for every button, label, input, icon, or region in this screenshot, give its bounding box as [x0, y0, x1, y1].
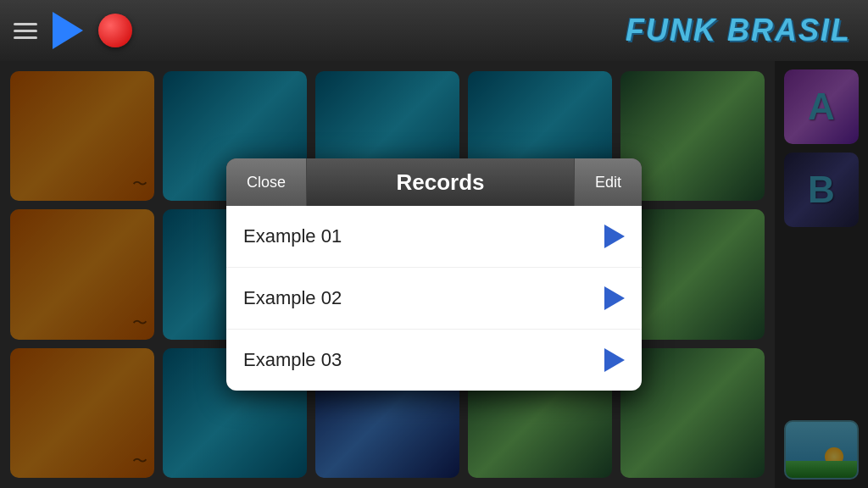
- modal-body: Example 01 Example 02 Example 03: [226, 206, 642, 391]
- record-name-1: Example 01: [243, 225, 342, 247]
- menu-icon[interactable]: [14, 23, 37, 39]
- record-play-icon-2[interactable]: [604, 286, 625, 310]
- modal-overlay: Close Records Edit Example 01 Example 02…: [0, 61, 868, 488]
- record-play-icon-3[interactable]: [604, 348, 625, 372]
- record-item-3[interactable]: Example 03: [226, 330, 642, 391]
- main-area: 〜 〜 〜 A B Close: [0, 61, 868, 488]
- record-play-icon-1[interactable]: [604, 225, 625, 248]
- record-name-3: Example 03: [243, 349, 342, 371]
- record-item-1[interactable]: Example 01: [226, 206, 642, 268]
- logo-text: FUNK BRASIL: [626, 13, 851, 48]
- modal-title: Records: [307, 169, 574, 196]
- modal-header: Close Records Edit: [226, 158, 642, 206]
- modal-close-button[interactable]: Close: [226, 158, 307, 206]
- record-button[interactable]: [98, 14, 132, 47]
- play-button[interactable]: [53, 12, 83, 49]
- record-item-2[interactable]: Example 02: [226, 268, 642, 330]
- record-name-2: Example 02: [243, 287, 342, 309]
- records-modal: Close Records Edit Example 01 Example 02…: [226, 158, 642, 391]
- modal-edit-button[interactable]: Edit: [574, 158, 642, 206]
- topbar: FUNK BRASIL: [0, 0, 868, 61]
